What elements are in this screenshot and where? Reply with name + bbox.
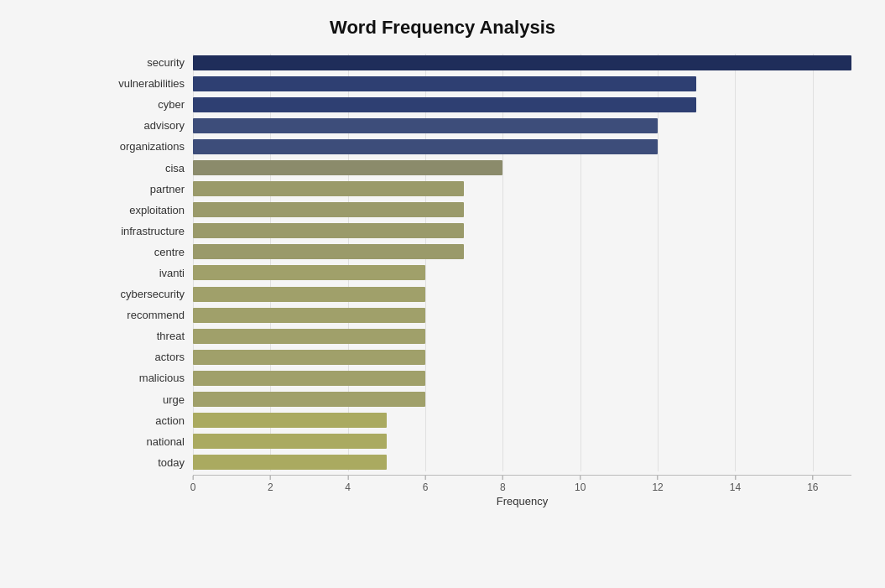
bar <box>193 181 464 196</box>
bar <box>193 76 696 91</box>
bar-label: today <box>101 456 193 469</box>
bar-row: urge <box>193 391 851 408</box>
x-tick: 16 <box>807 476 818 493</box>
bar <box>193 287 425 302</box>
bar <box>193 392 425 407</box>
bar-row: ivanti <box>193 264 851 282</box>
bar <box>193 265 425 280</box>
bar-row: organizations <box>193 138 851 155</box>
bar-row: actors <box>193 348 851 366</box>
bar-label: cisa <box>101 162 193 174</box>
bar-label: actors <box>101 351 193 363</box>
bar-label: partner <box>101 183 193 195</box>
x-tick: 2 <box>268 476 273 493</box>
bar-row: centre <box>193 243 851 261</box>
bar-row: cybersecurity <box>193 285 851 303</box>
x-axis: 0246810121416 Frequency <box>193 475 851 507</box>
x-tick: 8 <box>500 476 506 493</box>
x-tick: 12 <box>652 476 663 493</box>
bar-label: cyber <box>101 98 193 111</box>
bar-label: ivanti <box>101 267 193 279</box>
x-tick-label: 2 <box>268 481 273 493</box>
bar <box>193 413 387 428</box>
chart-title: Word Frequency Analysis <box>34 17 851 39</box>
bar-row: action <box>193 412 851 429</box>
bar-label: organizations <box>101 140 193 153</box>
bar <box>193 139 658 154</box>
bar-row: exploitation <box>193 201 851 219</box>
x-tick-label: 14 <box>730 481 741 493</box>
bar <box>193 223 464 238</box>
bar <box>193 244 464 259</box>
chart-container: Word Frequency Analysis securityvulnerab… <box>0 0 885 588</box>
bar-label: vulnerabilities <box>101 77 193 90</box>
bar-row: partner <box>193 180 851 198</box>
x-axis-title: Frequency <box>193 495 851 507</box>
bar <box>193 97 696 112</box>
bar-label: national <box>101 435 193 448</box>
bar <box>193 118 658 133</box>
x-tick: 6 <box>423 476 429 493</box>
bar-row: advisory <box>193 117 851 134</box>
bar <box>193 371 425 386</box>
bar-row: today <box>193 454 851 471</box>
bar <box>193 308 425 323</box>
bar-row: cisa <box>193 159 851 176</box>
bar-label: cybersecurity <box>101 288 193 300</box>
x-tick-label: 12 <box>652 481 663 493</box>
x-tick: 0 <box>190 476 196 493</box>
x-tick: 14 <box>730 476 741 493</box>
bar-row: malicious <box>193 369 851 387</box>
bar-row: national <box>193 433 851 450</box>
bar-row: vulnerabilities <box>193 75 851 92</box>
bar-label: exploitation <box>101 204 193 216</box>
bar <box>193 350 425 365</box>
bar-label: action <box>101 414 193 427</box>
bar <box>193 160 502 175</box>
bar-row: threat <box>193 327 851 345</box>
x-tick-label: 6 <box>423 481 429 493</box>
bar <box>193 434 387 449</box>
x-tick-label: 4 <box>345 481 351 493</box>
chart-plot-area: securityvulnerabilitiescyberadvisoryorga… <box>193 54 851 471</box>
bar-label: urge <box>101 393 193 406</box>
bar-row: infrastructure <box>193 222 851 240</box>
bar-label: recommend <box>101 309 193 321</box>
bar-row: security <box>193 54 851 71</box>
x-tick-label: 0 <box>190 481 196 493</box>
bar <box>193 202 464 217</box>
x-tick-label: 10 <box>575 481 586 493</box>
bar-label: threat <box>101 330 193 342</box>
bar-label: infrastructure <box>101 225 193 237</box>
bar-label: centre <box>101 246 193 258</box>
bar-row: recommend <box>193 306 851 324</box>
x-tick: 4 <box>345 476 351 493</box>
bar <box>193 455 387 470</box>
bar-row: cyber <box>193 96 851 113</box>
bar <box>193 329 425 344</box>
bar <box>193 55 851 70</box>
bar-label: advisory <box>101 119 193 132</box>
y-axis-labels <box>101 54 193 471</box>
x-tick: 10 <box>575 476 586 493</box>
bar-label: malicious <box>101 372 193 384</box>
bar-label: security <box>101 56 193 69</box>
x-tick-label: 8 <box>500 481 506 493</box>
x-tick-label: 16 <box>807 481 818 493</box>
